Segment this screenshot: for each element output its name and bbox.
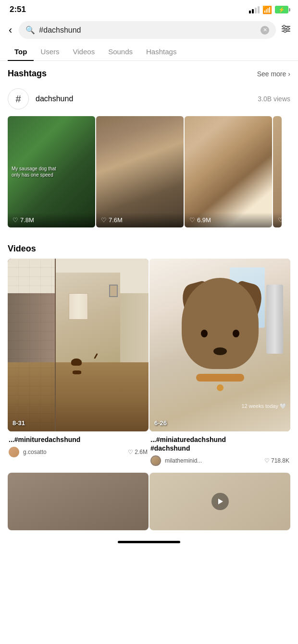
wifi-icon: 📶 bbox=[262, 5, 272, 14]
video-meta-1: g.cosatto ♡ 2.6M bbox=[9, 447, 148, 457]
dog-eye-right bbox=[233, 330, 239, 337]
tab-users[interactable]: Users bbox=[34, 43, 66, 60]
tab-sounds[interactable]: Sounds bbox=[101, 43, 139, 60]
play-icon bbox=[211, 493, 229, 510]
bottom-thumbnails bbox=[0, 468, 298, 535]
thumb-overlay-2: ♡ 7.6M bbox=[96, 213, 184, 227]
video-thumbnail-2: 6-26 12 weeks today 🤍 bbox=[149, 259, 290, 431]
dog-face bbox=[182, 278, 259, 369]
thumb-caption-1: My sausage dog that only has one speed bbox=[12, 166, 60, 178]
svg-marker-6 bbox=[218, 499, 223, 504]
thumb-likes-2: 7.6M bbox=[109, 216, 123, 224]
bottom-thumb-2[interactable] bbox=[149, 473, 290, 530]
videos-section: Videos bbox=[0, 227, 298, 468]
username-2: milatheminid... bbox=[165, 457, 261, 464]
status-icons: 📶 ⚡ bbox=[249, 5, 288, 14]
heart-icon-3: ♡ bbox=[189, 216, 195, 224]
videos-title: Videos bbox=[8, 244, 36, 254]
username-1: g.cosatto bbox=[23, 449, 124, 455]
see-more-hashtags[interactable]: See more › bbox=[257, 70, 290, 78]
battery-icon: ⚡ bbox=[275, 6, 288, 13]
search-query: #dachshund bbox=[39, 26, 257, 35]
video-card-1[interactable]: 8-31 ...#minituredachshund g.cosatto ♡ 2… bbox=[8, 259, 149, 468]
heart-icon-vid2: ♡ bbox=[264, 457, 270, 464]
heart-icon-4: ♡ bbox=[278, 216, 282, 224]
home-indicator bbox=[0, 535, 298, 546]
likes-2: ♡ 718.8K bbox=[264, 457, 289, 464]
dog-nose bbox=[213, 347, 227, 355]
heart-icon-2: ♡ bbox=[101, 216, 107, 224]
video-meta-2: milatheminid... ♡ 718.8K bbox=[150, 455, 289, 466]
hall-scene bbox=[8, 259, 149, 431]
thumbnail-4-partial: ♡ bbox=[273, 116, 282, 227]
video-card-2[interactable]: 6-26 12 weeks today 🤍 ...#miniaturedachs… bbox=[149, 259, 290, 468]
status-bar: 2:51 📶 ⚡ bbox=[0, 0, 298, 17]
thumb-likes-3: 6.9M bbox=[197, 216, 211, 224]
heart-icon-1: ♡ bbox=[12, 216, 18, 224]
tab-top[interactable]: Top bbox=[8, 43, 34, 60]
videos-grid: 8-31 ...#minituredachshund g.cosatto ♡ 2… bbox=[0, 259, 298, 468]
thumbnail-1[interactable]: My sausage dog that only has one speed ♡… bbox=[8, 116, 95, 227]
video-thumbnail-1: 8-31 bbox=[8, 259, 149, 431]
search-bar[interactable]: 🔍 #dachshund ✕ bbox=[19, 21, 276, 39]
tab-hashtags[interactable]: Hashtags bbox=[139, 43, 183, 60]
search-bar-container: ‹ 🔍 #dachshund ✕ bbox=[0, 17, 298, 43]
thumb-overlay-3: ♡ 6.9M bbox=[185, 213, 272, 227]
video-title-2: ...#miniaturedachshund #dachshund bbox=[150, 435, 289, 453]
tab-videos[interactable]: Videos bbox=[66, 43, 102, 60]
bottom-thumb-1[interactable] bbox=[8, 473, 149, 530]
hashtag-views: 3.0B views bbox=[258, 95, 290, 103]
svg-point-4 bbox=[287, 27, 289, 30]
hashtag-icon: # bbox=[8, 88, 29, 109]
svg-point-3 bbox=[283, 25, 286, 27]
thumb-overlay-4: ♡ bbox=[273, 213, 282, 227]
video-title-1: ...#minituredachshund bbox=[9, 435, 148, 444]
status-time: 2:51 bbox=[10, 5, 26, 14]
video-date-1: 8-31 bbox=[12, 419, 25, 427]
dog-eye-left bbox=[201, 330, 208, 337]
clear-button[interactable]: ✕ bbox=[261, 26, 269, 35]
home-bar bbox=[118, 541, 180, 543]
video-date-2: 6-26 bbox=[154, 419, 167, 427]
thumb-overlay-1: ♡ 7.8M bbox=[8, 213, 95, 227]
video-watermark-2: 12 weeks today 🤍 bbox=[242, 403, 287, 409]
hashtag-row[interactable]: # dachshund 3.0B views bbox=[0, 83, 298, 116]
back-button[interactable]: ‹ bbox=[7, 22, 14, 38]
filter-button[interactable] bbox=[281, 24, 291, 37]
video-info-1: ...#minituredachshund g.cosatto ♡ 2.6M bbox=[8, 431, 149, 459]
hashtags-section-header: Hashtags See more › bbox=[0, 61, 298, 83]
chevron-right-icon: › bbox=[288, 70, 290, 78]
avatar-1 bbox=[9, 447, 19, 457]
hashtag-thumbnails: My sausage dog that only has one speed ♡… bbox=[0, 116, 298, 227]
dog-eyes bbox=[201, 330, 239, 337]
video-info-2: ...#miniaturedachshund #dachshund milath… bbox=[149, 431, 290, 468]
tabs-bar: Top Users Videos Sounds Hashtags bbox=[0, 43, 298, 61]
thumbnail-2[interactable]: ♡ 7.6M bbox=[96, 116, 184, 227]
hashtag-name: dachshund bbox=[36, 95, 251, 103]
thumb-likes-1: 7.8M bbox=[20, 216, 34, 224]
videos-section-header: Videos bbox=[0, 236, 298, 259]
heart-icon-vid1: ♡ bbox=[128, 449, 133, 455]
avatar-2 bbox=[150, 455, 161, 466]
dog-collar bbox=[196, 374, 244, 382]
signal-icon bbox=[249, 6, 260, 13]
thumbnail-3[interactable]: ♡ 6.9M bbox=[185, 116, 272, 227]
hashtags-title: Hashtags bbox=[8, 69, 47, 79]
search-icon: 🔍 bbox=[25, 25, 35, 35]
svg-point-5 bbox=[284, 30, 286, 32]
likes-1: ♡ 2.6M bbox=[128, 449, 148, 455]
